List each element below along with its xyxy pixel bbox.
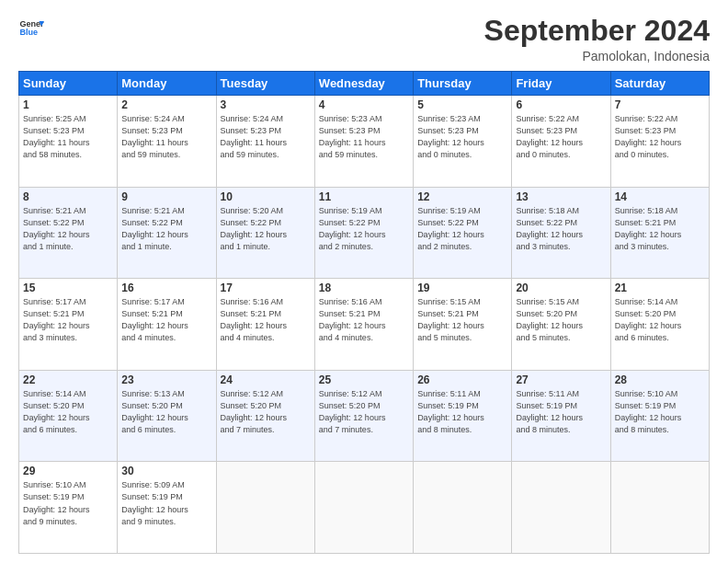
- day-info: Sunrise: 5:17 AMSunset: 5:21 PMDaylight:…: [23, 296, 113, 344]
- day-info: Sunrise: 5:16 AMSunset: 5:21 PMDaylight:…: [221, 296, 311, 344]
- day-number: 5: [417, 98, 507, 111]
- day-info: Sunrise: 5:10 AMSunset: 5:19 PMDaylight:…: [23, 479, 113, 527]
- day-info: Sunrise: 5:23 AMSunset: 5:23 PMDaylight:…: [319, 113, 409, 161]
- day-info: Sunrise: 5:19 AMSunset: 5:22 PMDaylight:…: [417, 205, 507, 253]
- calendar-cell: 15Sunrise: 5:17 AMSunset: 5:21 PMDayligh…: [19, 279, 118, 371]
- calendar-cell: 24Sunrise: 5:12 AMSunset: 5:20 PMDayligh…: [216, 370, 314, 462]
- page: General Blue September 2024 Pamolokan, I…: [0, 0, 728, 563]
- calendar-cell: 3Sunrise: 5:24 AMSunset: 5:23 PMDaylight…: [216, 96, 314, 188]
- calendar-cell: 21Sunrise: 5:14 AMSunset: 5:20 PMDayligh…: [610, 279, 709, 371]
- day-number: 6: [516, 98, 606, 111]
- day-number: 21: [615, 282, 705, 294]
- calendar-cell: 17Sunrise: 5:16 AMSunset: 5:21 PMDayligh…: [216, 279, 314, 371]
- calendar-cell: 25Sunrise: 5:12 AMSunset: 5:20 PMDayligh…: [314, 370, 413, 462]
- day-number: 12: [417, 190, 507, 203]
- calendar-cell: [216, 462, 314, 554]
- calendar-cell: 14Sunrise: 5:18 AMSunset: 5:21 PMDayligh…: [610, 187, 709, 279]
- day-number: 22: [23, 373, 113, 386]
- day-info: Sunrise: 5:24 AMSunset: 5:23 PMDaylight:…: [121, 113, 211, 161]
- day-number: 27: [516, 373, 606, 386]
- day-number: 29: [23, 465, 113, 477]
- calendar-cell: 5Sunrise: 5:23 AMSunset: 5:23 PMDaylight…: [414, 96, 512, 188]
- calendar-cell: 29Sunrise: 5:10 AMSunset: 5:19 PMDayligh…: [19, 462, 118, 554]
- calendar-cell: 19Sunrise: 5:15 AMSunset: 5:21 PMDayligh…: [414, 279, 512, 371]
- calendar-header-row: SundayMondayTuesdayWednesdayThursdayFrid…: [19, 72, 710, 96]
- day-info: Sunrise: 5:18 AMSunset: 5:22 PMDaylight:…: [516, 205, 606, 253]
- day-number: 30: [121, 465, 211, 477]
- day-number: 20: [516, 282, 606, 294]
- col-header-friday: Friday: [512, 72, 610, 96]
- svg-text:Blue: Blue: [19, 28, 38, 37]
- day-number: 19: [417, 282, 507, 294]
- calendar-row-1: 8Sunrise: 5:21 AMSunset: 5:22 PMDaylight…: [19, 187, 710, 279]
- calendar-cell: 7Sunrise: 5:22 AMSunset: 5:23 PMDaylight…: [610, 96, 709, 188]
- day-number: 23: [121, 373, 211, 386]
- calendar-cell: 22Sunrise: 5:14 AMSunset: 5:20 PMDayligh…: [19, 370, 118, 462]
- day-number: 4: [319, 98, 409, 111]
- day-info: Sunrise: 5:19 AMSunset: 5:22 PMDaylight:…: [319, 205, 409, 253]
- day-info: Sunrise: 5:17 AMSunset: 5:21 PMDaylight:…: [121, 296, 211, 344]
- header: General Blue September 2024 Pamolokan, I…: [18, 15, 710, 63]
- day-info: Sunrise: 5:09 AMSunset: 5:19 PMDaylight:…: [121, 479, 211, 527]
- subtitle: Pamolokan, Indonesia: [484, 49, 710, 63]
- calendar-cell: 12Sunrise: 5:19 AMSunset: 5:22 PMDayligh…: [414, 187, 512, 279]
- day-info: Sunrise: 5:16 AMSunset: 5:21 PMDaylight:…: [319, 296, 409, 344]
- day-number: 24: [221, 373, 311, 386]
- day-info: Sunrise: 5:14 AMSunset: 5:20 PMDaylight:…: [23, 388, 113, 436]
- calendar-table: SundayMondayTuesdayWednesdayThursdayFrid…: [18, 71, 710, 554]
- day-info: Sunrise: 5:22 AMSunset: 5:23 PMDaylight:…: [615, 113, 705, 161]
- calendar-cell: [610, 462, 709, 554]
- col-header-thursday: Thursday: [414, 72, 512, 96]
- day-number: 14: [615, 190, 705, 203]
- day-info: Sunrise: 5:10 AMSunset: 5:19 PMDaylight:…: [615, 388, 705, 436]
- calendar-cell: 13Sunrise: 5:18 AMSunset: 5:22 PMDayligh…: [512, 187, 610, 279]
- calendar-cell: 16Sunrise: 5:17 AMSunset: 5:21 PMDayligh…: [118, 279, 216, 371]
- calendar-cell: [512, 462, 610, 554]
- day-number: 28: [615, 373, 705, 386]
- calendar-cell: 2Sunrise: 5:24 AMSunset: 5:23 PMDaylight…: [118, 96, 216, 188]
- day-info: Sunrise: 5:15 AMSunset: 5:21 PMDaylight:…: [417, 296, 507, 344]
- calendar-cell: 9Sunrise: 5:21 AMSunset: 5:22 PMDaylight…: [118, 187, 216, 279]
- day-info: Sunrise: 5:21 AMSunset: 5:22 PMDaylight:…: [23, 205, 113, 253]
- day-number: 15: [23, 282, 113, 294]
- calendar-cell: 28Sunrise: 5:10 AMSunset: 5:19 PMDayligh…: [610, 370, 709, 462]
- calendar-row-4: 29Sunrise: 5:10 AMSunset: 5:19 PMDayligh…: [19, 462, 710, 554]
- calendar-row-0: 1Sunrise: 5:25 AMSunset: 5:23 PMDaylight…: [19, 96, 710, 188]
- day-info: Sunrise: 5:24 AMSunset: 5:23 PMDaylight:…: [221, 113, 311, 161]
- calendar-cell: 6Sunrise: 5:22 AMSunset: 5:23 PMDaylight…: [512, 96, 610, 188]
- col-header-saturday: Saturday: [610, 72, 709, 96]
- calendar-cell: 18Sunrise: 5:16 AMSunset: 5:21 PMDayligh…: [314, 279, 413, 371]
- col-header-sunday: Sunday: [19, 72, 118, 96]
- day-number: 8: [23, 190, 113, 203]
- calendar-cell: 1Sunrise: 5:25 AMSunset: 5:23 PMDaylight…: [19, 96, 118, 188]
- day-info: Sunrise: 5:23 AMSunset: 5:23 PMDaylight:…: [417, 113, 507, 161]
- day-number: 1: [23, 98, 113, 111]
- day-info: Sunrise: 5:21 AMSunset: 5:22 PMDaylight:…: [121, 205, 211, 253]
- day-number: 25: [319, 373, 409, 386]
- day-number: 17: [221, 282, 311, 294]
- calendar-cell: 10Sunrise: 5:20 AMSunset: 5:22 PMDayligh…: [216, 187, 314, 279]
- logo-icon: General Blue: [18, 15, 44, 40]
- day-info: Sunrise: 5:15 AMSunset: 5:20 PMDaylight:…: [516, 296, 606, 344]
- calendar-cell: 30Sunrise: 5:09 AMSunset: 5:19 PMDayligh…: [118, 462, 216, 554]
- day-number: 13: [516, 190, 606, 203]
- col-header-monday: Monday: [118, 72, 216, 96]
- day-info: Sunrise: 5:11 AMSunset: 5:19 PMDaylight:…: [417, 388, 507, 436]
- day-info: Sunrise: 5:14 AMSunset: 5:20 PMDaylight:…: [615, 296, 705, 344]
- day-info: Sunrise: 5:11 AMSunset: 5:19 PMDaylight:…: [516, 388, 606, 436]
- calendar-cell: [414, 462, 512, 554]
- day-number: 10: [221, 190, 311, 203]
- calendar-cell: 23Sunrise: 5:13 AMSunset: 5:20 PMDayligh…: [118, 370, 216, 462]
- day-info: Sunrise: 5:13 AMSunset: 5:20 PMDaylight:…: [121, 388, 211, 436]
- logo: General Blue: [18, 15, 44, 40]
- day-info: Sunrise: 5:25 AMSunset: 5:23 PMDaylight:…: [23, 113, 113, 161]
- day-info: Sunrise: 5:20 AMSunset: 5:22 PMDaylight:…: [221, 205, 311, 253]
- calendar-cell: 26Sunrise: 5:11 AMSunset: 5:19 PMDayligh…: [414, 370, 512, 462]
- day-number: 3: [221, 98, 311, 111]
- col-header-wednesday: Wednesday: [314, 72, 413, 96]
- day-info: Sunrise: 5:12 AMSunset: 5:20 PMDaylight:…: [319, 388, 409, 436]
- day-number: 7: [615, 98, 705, 111]
- calendar-cell: 8Sunrise: 5:21 AMSunset: 5:22 PMDaylight…: [19, 187, 118, 279]
- title-area: September 2024 Pamolokan, Indonesia: [484, 15, 710, 63]
- calendar-cell: 11Sunrise: 5:19 AMSunset: 5:22 PMDayligh…: [314, 187, 413, 279]
